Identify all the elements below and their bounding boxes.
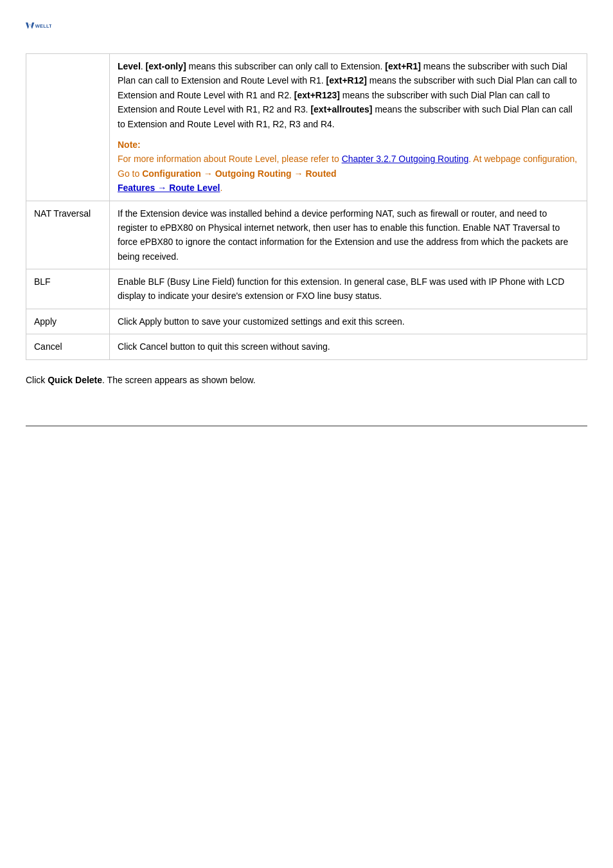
ext-allroutes-bold: [ext+allroutes] bbox=[310, 104, 372, 114]
cancel-label: Cancel bbox=[26, 334, 110, 359]
blf-label: BLF bbox=[26, 269, 110, 309]
blf-content: Enable BLF (Busy Line Field) function fo… bbox=[110, 269, 587, 309]
row-content-level: Level. [ext-only] means this subscriber … bbox=[110, 54, 587, 201]
welltech-logo-icon: WELLTECH bbox=[26, 13, 51, 39]
nat-traversal-label: NAT Traversal bbox=[26, 201, 110, 269]
table-row: BLF Enable BLF (Busy Line Field) functio… bbox=[26, 269, 587, 309]
footer-divider bbox=[26, 426, 587, 431]
chapter-link[interactable]: Chapter 3.2.7 Outgoing Routing bbox=[342, 154, 469, 164]
table-row: Cancel Click Cancel button to quit this … bbox=[26, 334, 587, 359]
apply-label: Apply bbox=[26, 309, 110, 334]
arrow-1: → bbox=[204, 168, 213, 179]
row-label bbox=[26, 54, 110, 201]
blf-text: Enable BLF (Busy Line Field) function fo… bbox=[118, 275, 579, 303]
note-config-line: Go to Configuration → Outgoing Routing →… bbox=[118, 167, 579, 181]
note-label: Note: bbox=[118, 140, 141, 150]
cancel-text: Click Cancel button to quit this screen … bbox=[118, 339, 579, 354]
outgoing-routing-bold: Outgoing Routing bbox=[215, 168, 292, 179]
apply-content: Click Apply button to save your customiz… bbox=[110, 309, 587, 334]
svg-text:WELLTECH: WELLTECH bbox=[35, 23, 51, 29]
bottom-note-text: Click bbox=[26, 375, 48, 385]
table-row: Level. [ext-only] means this subscriber … bbox=[26, 54, 587, 201]
apply-text: Click Apply button to save your customiz… bbox=[118, 314, 579, 329]
arrow-2: → bbox=[294, 168, 303, 179]
level-bold: Level bbox=[118, 61, 141, 71]
ext-r12-bold: [ext+R12] bbox=[326, 75, 367, 86]
ext-only-bold: [ext-only] bbox=[146, 61, 186, 71]
ext-r123-bold: [ext+R123] bbox=[294, 90, 340, 100]
note-features-line: Features → Route Level. bbox=[118, 181, 579, 195]
svg-marker-0 bbox=[26, 23, 34, 29]
logo-area: WELLTECH bbox=[26, 13, 587, 41]
bottom-note: Click Quick Delete. The screen appears a… bbox=[26, 373, 587, 387]
cancel-content: Click Cancel button to quit this screen … bbox=[110, 334, 587, 359]
note-text: For more information about Route Level, … bbox=[118, 152, 579, 166]
features-link[interactable]: Features → Route Level bbox=[118, 183, 220, 193]
routed-bold: Routed bbox=[305, 168, 336, 179]
nat-traversal-content: If the Extension device was installed be… bbox=[110, 201, 587, 269]
table-row: Apply Click Apply button to save your cu… bbox=[26, 309, 587, 334]
ext-r1-bold: [ext+R1] bbox=[385, 61, 421, 71]
content-table: Level. [ext-only] means this subscriber … bbox=[26, 53, 587, 360]
table-row: NAT Traversal If the Extension device wa… bbox=[26, 201, 587, 269]
nat-traversal-text: If the Extension device was installed be… bbox=[118, 206, 579, 264]
features-bold: Features → Route Level bbox=[118, 183, 220, 193]
config-bold: Configuration bbox=[142, 168, 201, 179]
quick-delete-bold: Quick Delete bbox=[48, 375, 102, 385]
bottom-note-text2: . The screen appears as shown below. bbox=[102, 375, 256, 385]
